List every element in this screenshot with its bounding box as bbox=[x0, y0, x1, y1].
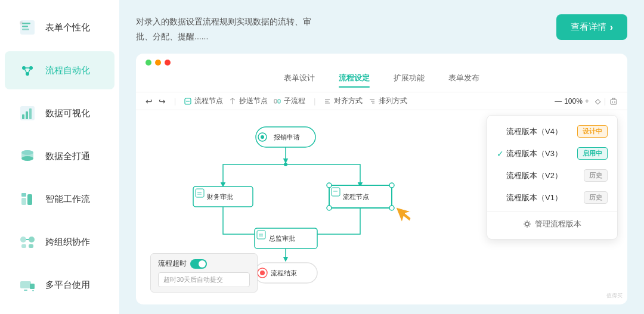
gear-icon bbox=[523, 220, 531, 228]
sidebar-item-cross-org[interactable]: 跨组织协作 bbox=[5, 223, 114, 261]
svg-rect-14 bbox=[26, 111, 28, 119]
version-v4-row[interactable]: ✓ 流程版本（V4） 设计中 bbox=[487, 120, 617, 142]
svg-point-82 bbox=[525, 222, 529, 226]
sidebar-item-label: 智能工作流 bbox=[45, 194, 90, 205]
svg-point-66 bbox=[389, 206, 394, 210]
svg-marker-70 bbox=[396, 207, 411, 222]
svg-point-80 bbox=[260, 271, 265, 275]
svg-rect-25 bbox=[21, 244, 26, 248]
version-v3-row[interactable]: ✓ 流程版本（V3） 启用中 bbox=[487, 142, 617, 164]
sidebar-item-multi-platform[interactable]: 多平台使用 bbox=[5, 266, 114, 304]
flow-node-button[interactable]: 流程节点 bbox=[184, 96, 223, 106]
svg-text:财务审批: 财务审批 bbox=[207, 193, 233, 200]
svg-point-6 bbox=[22, 66, 26, 70]
svg-rect-4 bbox=[20, 21, 23, 24]
svg-rect-35 bbox=[274, 100, 277, 103]
svg-point-63 bbox=[327, 183, 332, 188]
top-section: 对录入的数据设置流程规则实现数据的流转、审 批、分配、提醒...... 查看详情… bbox=[136, 14, 627, 44]
svg-rect-3 bbox=[22, 29, 29, 30]
timeout-input[interactable]: 超时30天后自动提交 bbox=[158, 272, 250, 287]
version-v1-badge: 历史 bbox=[584, 191, 608, 204]
detail-button-label: 查看详情 bbox=[571, 21, 606, 33]
version-v4-badge: 设计中 bbox=[577, 125, 608, 138]
version-v2-badge: 历史 bbox=[584, 169, 608, 182]
undo-button[interactable]: ↩ bbox=[145, 97, 153, 106]
svg-point-7 bbox=[29, 66, 33, 70]
svg-text:报销申请: 报销申请 bbox=[273, 133, 300, 141]
svg-text:流程结束: 流程结束 bbox=[271, 269, 297, 276]
sidebar-item-label: 流程自动化 bbox=[45, 65, 90, 76]
svg-rect-13 bbox=[22, 114, 24, 119]
svg-point-5 bbox=[20, 63, 35, 78]
svg-rect-28 bbox=[20, 281, 31, 288]
flow-toolbar: ↩ ↪ | 流程节点 抄送节点 子流程 | 对齐方式 排列方式 bbox=[136, 92, 627, 110]
manage-versions-button[interactable]: 管理流程版本 bbox=[487, 214, 617, 234]
delete-button[interactable] bbox=[609, 97, 618, 105]
sidebar-item-label: 表单个性化 bbox=[45, 22, 90, 33]
window-dots bbox=[136, 54, 627, 70]
sidebar: 表单个性化 流程自动化 数据可视化 bbox=[0, 0, 119, 314]
sidebar-item-smart-workflow[interactable]: 智能工作流 bbox=[5, 180, 114, 218]
svg-point-64 bbox=[389, 183, 394, 188]
main-card: 表单设计 流程设定 扩展功能 表单发布 ↩ ↪ | 流程节点 抄送节点 bbox=[136, 54, 627, 304]
svg-point-23 bbox=[20, 237, 26, 243]
timeout-toggle[interactable] bbox=[190, 259, 207, 269]
timeout-label: 流程超时 bbox=[158, 259, 187, 269]
version-v1-row[interactable]: ✓ 流程版本（V1） 历史 bbox=[487, 186, 617, 209]
version-v3-badge: 启用中 bbox=[577, 147, 608, 160]
main-content: 对录入的数据设置流程规则实现数据的流转、审 批、分配、提醒...... 查看详情… bbox=[119, 0, 644, 314]
sort-button[interactable]: 排列方式 bbox=[369, 96, 407, 106]
svg-rect-22 bbox=[21, 193, 26, 197]
dot-green bbox=[145, 60, 151, 66]
zoom-plus-button[interactable]: + bbox=[585, 97, 589, 105]
svg-rect-30 bbox=[24, 290, 27, 291]
svg-point-19 bbox=[21, 150, 33, 155]
svg-rect-20 bbox=[21, 198, 26, 205]
svg-rect-36 bbox=[278, 100, 280, 103]
manage-label: 管理流程版本 bbox=[535, 219, 581, 229]
version-v2-row[interactable]: ✓ 流程版本（V2） 历史 bbox=[487, 164, 617, 186]
svg-rect-2 bbox=[22, 26, 28, 27]
chevron-right-icon: › bbox=[610, 22, 613, 33]
dot-red bbox=[165, 60, 171, 66]
flow-area: 报销申请 财务审批 bbox=[136, 110, 627, 304]
svg-rect-26 bbox=[29, 244, 33, 248]
sidebar-item-data-connect[interactable]: 数据全打通 bbox=[5, 137, 114, 175]
sidebar-item-label: 数据可视化 bbox=[45, 108, 90, 119]
align-button[interactable]: 对齐方式 bbox=[324, 96, 363, 106]
zoom-control: — 100% + ◇ | bbox=[555, 97, 618, 105]
redo-button[interactable]: ↪ bbox=[159, 97, 166, 106]
smart-icon bbox=[17, 188, 38, 210]
tab-form-design[interactable]: 表单设计 bbox=[284, 73, 315, 87]
svg-rect-29 bbox=[30, 284, 35, 289]
zoom-minus-button[interactable]: — bbox=[555, 97, 562, 105]
svg-rect-1 bbox=[22, 23, 30, 24]
svg-point-51 bbox=[261, 135, 264, 139]
copy-node-button[interactable]: 抄送节点 bbox=[229, 96, 268, 106]
sidebar-item-label: 数据全打通 bbox=[45, 151, 90, 162]
svg-rect-21 bbox=[27, 194, 32, 205]
check-icon: ✓ bbox=[497, 149, 504, 158]
description: 对录入的数据设置流程规则实现数据的流转、审 批、分配、提醒...... bbox=[136, 14, 311, 44]
dot-orange bbox=[155, 60, 161, 66]
tab-extend-features[interactable]: 扩展功能 bbox=[394, 73, 425, 87]
flow-icon bbox=[17, 60, 38, 81]
reset-button[interactable]: ◇ bbox=[595, 97, 600, 105]
multi-icon bbox=[17, 274, 38, 296]
svg-point-18 bbox=[21, 156, 33, 161]
detail-button[interactable]: 查看详情 › bbox=[556, 14, 627, 40]
tab-flow-settings[interactable]: 流程设定 bbox=[339, 73, 370, 87]
svg-rect-31 bbox=[32, 290, 34, 291]
db-icon bbox=[17, 145, 38, 167]
sidebar-item-data-visualization[interactable]: 数据可视化 bbox=[5, 94, 114, 132]
cross-icon bbox=[17, 231, 38, 253]
tab-form-publish[interactable]: 表单发布 bbox=[448, 73, 479, 87]
sidebar-item-form-personalization[interactable]: 表单个性化 bbox=[5, 8, 114, 46]
data-icon bbox=[17, 102, 38, 124]
svg-point-24 bbox=[29, 237, 35, 243]
svg-text:总监审批: 总监审批 bbox=[268, 235, 295, 242]
sub-flow-button[interactable]: 子流程 bbox=[274, 96, 305, 106]
watermark: 值得买 bbox=[606, 292, 623, 300]
svg-rect-43 bbox=[611, 100, 617, 104]
sidebar-item-flow-automation[interactable]: 流程自动化 bbox=[5, 51, 114, 89]
